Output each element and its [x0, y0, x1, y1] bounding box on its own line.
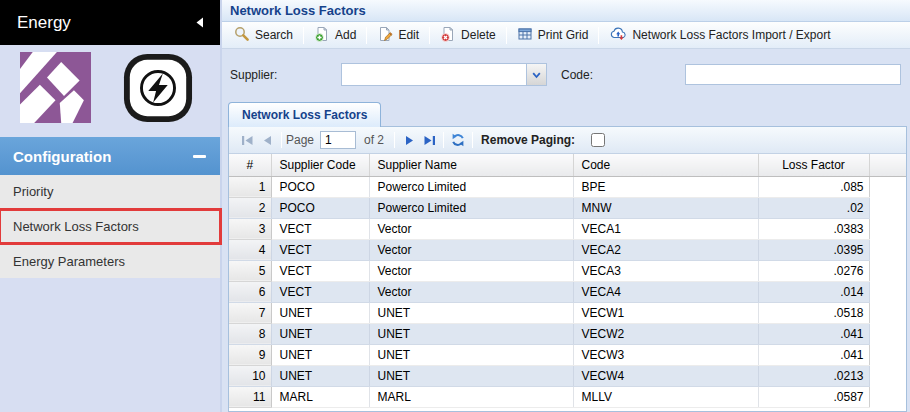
table-row[interactable]: 6VECTVectorVECA4.014	[229, 281, 906, 302]
tab-network-loss-factors[interactable]: Network Loss Factors	[228, 102, 381, 127]
cell-filler	[869, 197, 906, 218]
add-button[interactable]: Add	[306, 24, 364, 47]
table-row[interactable]: 5VECTVectorVECA3.0276	[229, 260, 906, 281]
cell-row-number: 3	[229, 218, 271, 239]
table-row[interactable]: 11MARLMARLMLLV.0587	[229, 386, 906, 407]
table-row[interactable]: 10UNETUNETVECW4.0213	[229, 365, 906, 386]
cell-supplier-name: Vector	[369, 281, 573, 302]
cell-row-number: 4	[229, 239, 271, 260]
cell-supplier-code: POCO	[271, 176, 369, 197]
loss-factors-grid: # Supplier Code Supplier Name Code Loss …	[229, 154, 906, 408]
sidebar-item-priority[interactable]: Priority	[0, 175, 220, 208]
cell-filler	[869, 281, 906, 302]
table-row[interactable]: 8UNETUNETVECW2.041	[229, 323, 906, 344]
cell-supplier-code: UNET	[271, 323, 369, 344]
edit-icon	[377, 26, 393, 45]
cell-code: VECW3	[573, 344, 758, 365]
cell-filler	[869, 260, 906, 281]
configuration-section-header[interactable]: Configuration	[0, 137, 220, 175]
cell-supplier-code: POCO	[271, 197, 369, 218]
paging-separator	[394, 132, 395, 148]
refresh-icon[interactable]	[448, 130, 468, 150]
cell-row-number: 8	[229, 323, 271, 344]
cell-supplier-code: VECT	[271, 218, 369, 239]
column-header-filler	[869, 154, 906, 176]
toolbar: Search Add	[222, 22, 910, 49]
remove-paging-checkbox[interactable]	[591, 133, 605, 147]
sidebar-item-energy-parameters[interactable]: Energy Parameters	[0, 245, 220, 278]
cell-row-number: 6	[229, 281, 271, 302]
column-header-supplier-code[interactable]: Supplier Code	[271, 154, 369, 176]
cell-row-number: 5	[229, 260, 271, 281]
import-export-button[interactable]: Network Loss Factors Import / Export	[601, 24, 838, 46]
table-row[interactable]: 2POCOPowerco LimitedMNW.02	[229, 197, 906, 218]
search-icon	[234, 26, 250, 45]
next-page-button[interactable]	[399, 130, 419, 150]
sidebar-item-network-loss-factors[interactable]: Network Loss Factors	[0, 210, 220, 243]
cell-supplier-name: UNET	[369, 323, 573, 344]
add-icon	[314, 26, 330, 45]
sidebar-title: Energy	[17, 13, 71, 33]
cell-supplier-code: VECT	[271, 239, 369, 260]
grid-header-row: # Supplier Code Supplier Name Code Loss …	[229, 154, 906, 176]
cell-loss-factor: .0276	[758, 260, 869, 281]
page-label: Page	[286, 133, 314, 147]
page-number-input[interactable]	[320, 131, 356, 149]
grid-body: 1POCOPowerco LimitedBPE.0852POCOPowerco …	[229, 176, 906, 407]
cell-row-number: 1	[229, 176, 271, 197]
cell-code: VECW2	[573, 323, 758, 344]
collapse-left-icon[interactable]	[195, 13, 204, 33]
cell-filler	[869, 344, 906, 365]
energy-app-logo-icon	[16, 52, 95, 126]
cell-code: VECA1	[573, 218, 758, 239]
cell-loss-factor: .0587	[758, 386, 869, 407]
toolbar-separator	[506, 27, 507, 44]
combo-dropdown-button[interactable]	[526, 64, 546, 85]
grid-panel: Page of 2 Remove Paging:	[228, 126, 907, 412]
table-row[interactable]: 9UNETUNETVECW3.041	[229, 344, 906, 365]
table-row[interactable]: 7UNETUNETVECW1.0518	[229, 302, 906, 323]
table-row[interactable]: 4VECTVectorVECA2.0395	[229, 239, 906, 260]
code-input[interactable]	[685, 64, 901, 85]
column-header-loss-factor[interactable]: Loss Factor	[758, 154, 869, 176]
cell-loss-factor: .0518	[758, 302, 869, 323]
print-grid-icon	[517, 26, 533, 45]
cell-supplier-name: Vector	[369, 239, 573, 260]
search-button[interactable]: Search	[226, 24, 301, 47]
supplier-label: Supplier:	[230, 68, 341, 82]
main-panel: Network Loss Factors Search Add	[222, 0, 910, 412]
paging-separator	[472, 132, 473, 148]
edit-button[interactable]: Edit	[369, 24, 427, 47]
cell-supplier-name: UNET	[369, 302, 573, 323]
collapse-minus-icon[interactable]	[193, 155, 206, 158]
supplier-combobox[interactable]	[341, 63, 547, 86]
cell-code: VECA2	[573, 239, 758, 260]
last-page-button[interactable]	[419, 130, 439, 150]
cell-supplier-code: UNET	[271, 344, 369, 365]
column-header-code[interactable]: Code	[573, 154, 758, 176]
print-grid-button[interactable]: Print Grid	[509, 24, 597, 47]
toolbar-separator	[366, 27, 367, 44]
delete-icon	[440, 26, 456, 45]
cell-row-number: 10	[229, 365, 271, 386]
supplier-combobox-value[interactable]	[342, 64, 526, 85]
cell-loss-factor: .014	[758, 281, 869, 302]
paging-separator	[443, 132, 444, 148]
cell-supplier-code: VECT	[271, 281, 369, 302]
column-header-supplier-name[interactable]: Supplier Name	[369, 154, 573, 176]
lightning-bolt-logo-icon	[123, 53, 193, 126]
cell-filler	[869, 323, 906, 344]
cell-code: MLLV	[573, 386, 758, 407]
paging-separator	[281, 132, 282, 148]
cell-row-number: 7	[229, 302, 271, 323]
table-row[interactable]: 1POCOPowerco LimitedBPE.085	[229, 176, 906, 197]
import-export-cloud-icon	[609, 26, 627, 44]
first-page-button[interactable]	[237, 130, 257, 150]
cell-filler	[869, 302, 906, 323]
cell-row-number: 11	[229, 386, 271, 407]
previous-page-button[interactable]	[257, 130, 277, 150]
delete-button[interactable]: Delete	[432, 24, 504, 47]
column-header-number[interactable]: #	[229, 154, 271, 176]
table-row[interactable]: 3VECTVectorVECA1.0383	[229, 218, 906, 239]
cell-supplier-code: MARL	[271, 386, 369, 407]
